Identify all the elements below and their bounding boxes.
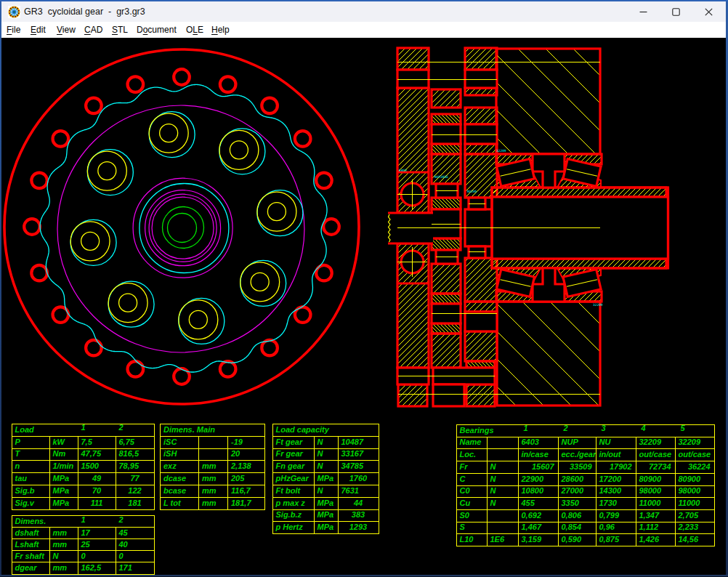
menu-item-help[interactable]: Help: [211, 25, 230, 35]
table-cell: MPa: [314, 497, 339, 510]
table-cell: P: [12, 436, 50, 449]
table-cell: MPa: [49, 485, 78, 498]
table-cell: 15607: [518, 461, 559, 474]
table-cell: 0,875: [596, 533, 636, 546]
table-cell: pHzGear: [272, 472, 315, 485]
table-cell: Nm: [49, 448, 78, 461]
table-cell: 0,692: [518, 509, 559, 522]
table-cell: 1/min: [49, 460, 78, 473]
table-header-dimens: Dimens.12: [12, 515, 155, 528]
table-cell: 17200: [596, 473, 636, 486]
minimize-button[interactable]: [627, 1, 660, 22]
table-cell: [487, 448, 519, 461]
table-load: Load12PkW7,56,75TNm47,75816,5n1/min15007…: [12, 424, 155, 511]
table-cell: 14300: [596, 485, 636, 498]
table-cell: 33509: [558, 461, 596, 474]
table-cell: 0,806: [558, 509, 596, 522]
menu-item-document[interactable]: Document: [137, 25, 177, 35]
table-cell: S0: [456, 509, 488, 522]
table-cell: L tot: [160, 497, 199, 510]
table-cell: 1,112: [636, 522, 676, 534]
table-cell: mm: [49, 527, 78, 539]
table-bearings: Bearings12345Name6403NUPNU3220932209Loc.…: [456, 424, 716, 547]
table-cell: 111: [78, 497, 116, 510]
table-cell: Fr shaft: [12, 550, 50, 562]
table-cell: Loc.: [456, 448, 488, 461]
table-cell: MPa: [314, 472, 339, 485]
window-title: GR3 cycloidal gear - gr3.gr3: [24, 7, 145, 17]
table-cell: N: [314, 485, 339, 498]
table-cell: ecc./gear: [558, 448, 596, 461]
header-col-number: 3: [602, 424, 606, 432]
svg-text:32209: 32209: [593, 303, 603, 307]
table-cell: Ft bolt: [272, 485, 315, 498]
table-cell: exz: [160, 460, 199, 473]
table-cell: MPa: [314, 521, 339, 534]
table-cell: 1,347: [636, 509, 676, 522]
table-cell: iSH: [160, 448, 199, 461]
table-cell: 6,75: [116, 436, 155, 449]
table-header-load-capacity: Load capacity: [272, 424, 379, 437]
table-cell: in/out: [596, 448, 636, 461]
table-cell: bcase: [160, 485, 199, 498]
table-cell: iSC: [160, 436, 199, 449]
table-header-dimens-main: Dimens. Main: [160, 424, 265, 437]
close-button[interactable]: [692, 1, 725, 22]
svg-text:32209: 32209: [496, 149, 506, 153]
window-border-left: [0, 1, 1, 577]
table-cell: N: [487, 461, 519, 474]
table-cell: 1,426: [636, 533, 676, 546]
table-cell: C0: [456, 485, 488, 498]
table-cell: 98000: [636, 485, 676, 498]
table-cell: 7,5: [78, 436, 116, 449]
table-cell: 45: [116, 527, 155, 539]
table-cell: N: [487, 485, 519, 498]
table-cell: L10: [456, 533, 488, 546]
table-cell: Fn gear: [272, 460, 315, 473]
table-cell: 78,95: [116, 460, 155, 473]
table-cell: [198, 448, 228, 461]
maximize-button[interactable]: [660, 1, 692, 22]
table-cell: 3350: [558, 497, 596, 510]
header-col-number: 5: [681, 424, 685, 432]
table-cell: 2,705: [675, 509, 715, 522]
table-cell: 2,233: [675, 522, 715, 534]
table-cell: 0,590: [558, 533, 596, 546]
table-cell: MPa: [314, 509, 339, 522]
menu-item-file[interactable]: File: [7, 25, 20, 35]
table-cell: 171: [116, 562, 155, 575]
menu-item-stl[interactable]: STL: [112, 25, 128, 35]
table-cell: 1,467: [518, 522, 559, 534]
table-cell: 181,7: [227, 497, 265, 510]
table-cell: dcase: [160, 472, 199, 485]
table-cell: S: [456, 522, 488, 534]
menu-item-view[interactable]: View: [57, 25, 76, 35]
table-cell: 80900: [636, 473, 676, 486]
table-cell: 816,5: [116, 448, 155, 461]
table-cell: 6403: [518, 437, 559, 449]
table-cell: p max z: [272, 497, 315, 510]
table-cell: 1760: [338, 472, 379, 485]
table-cell: dgear: [12, 562, 50, 575]
menu-item-ole[interactable]: OLE: [186, 25, 203, 35]
table-cell: 2,138: [227, 460, 265, 473]
table-cell: N: [314, 460, 339, 473]
menu-item-edit[interactable]: Edit: [31, 25, 46, 35]
table-cell: 20: [227, 448, 265, 461]
table-cell: p Hertz: [272, 521, 315, 534]
table-cell: Sig.b: [12, 485, 50, 498]
close-icon: [705, 8, 713, 16]
table-cell: 47,75: [78, 448, 116, 461]
table-cell: 77: [116, 472, 155, 485]
table-cell: 36224: [675, 461, 715, 474]
table-cell: T: [12, 448, 50, 461]
table-cell: 455: [518, 497, 559, 510]
header-col-number: 2: [564, 424, 568, 432]
header-col-number: 2: [119, 424, 124, 432]
menu-item-cad[interactable]: CAD: [84, 25, 102, 35]
header-col-number: 1: [81, 424, 86, 432]
table-cell: 17902: [596, 461, 636, 474]
table-cell: 17: [78, 527, 116, 539]
svg-text:NU205: NU205: [467, 190, 477, 193]
table-cell: NU: [596, 437, 636, 449]
